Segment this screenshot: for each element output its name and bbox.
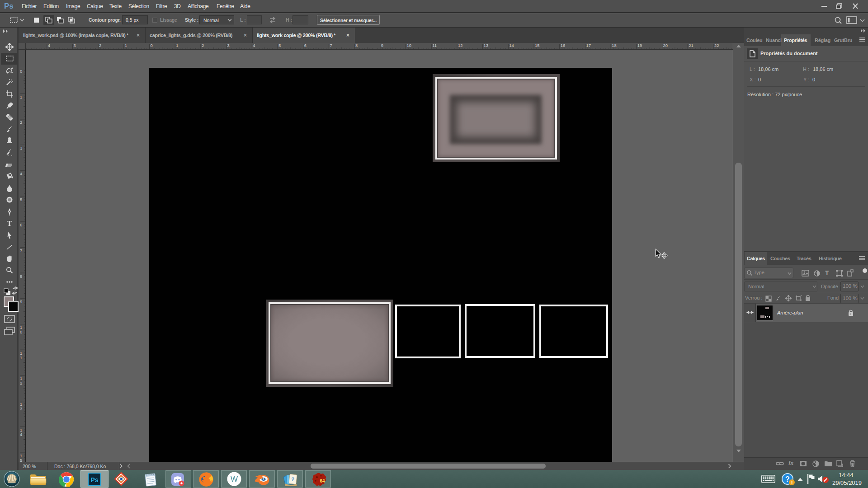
svg-text:1: 1 (125, 43, 127, 48)
svg-text:12: 12 (458, 43, 463, 48)
svg-text:9: 9 (381, 43, 383, 48)
svg-text:Ps: Ps (90, 476, 98, 483)
svg-text:0: 0 (151, 43, 153, 48)
svg-text:17: 17 (586, 43, 591, 48)
svg-text:11: 11 (432, 43, 437, 48)
svg-text:W: W (231, 475, 238, 483)
svg-text:2: 2 (202, 43, 204, 48)
svg-text:16: 16 (561, 43, 566, 48)
svg-text:1: 1 (20, 355, 22, 360)
svg-text:21: 21 (689, 43, 693, 48)
svg-text:1: 1 (176, 43, 178, 48)
svg-text:2: 2 (99, 43, 101, 48)
svg-text:2: 2 (20, 380, 22, 385)
svg-text:8: 8 (20, 274, 22, 279)
svg-text:1: 1 (20, 94, 22, 99)
svg-text:4: 4 (48, 43, 50, 48)
svg-text:13: 13 (484, 43, 489, 48)
svg-text:T: T (7, 220, 12, 227)
svg-text:14: 14 (509, 43, 514, 48)
svg-text:3: 3 (20, 406, 22, 411)
svg-text:22: 22 (714, 43, 719, 48)
svg-text:4: 4 (253, 43, 255, 48)
svg-text:64: 64 (320, 479, 325, 483)
svg-text:5: 5 (20, 197, 22, 202)
svg-text:19: 19 (637, 43, 642, 48)
svg-text:6: 6 (20, 222, 22, 227)
svg-text:5: 5 (278, 43, 281, 48)
svg-text:15: 15 (535, 43, 540, 48)
svg-text:10: 10 (407, 43, 412, 48)
svg-text:8: 8 (355, 43, 358, 48)
svg-text:7: 7 (330, 43, 332, 48)
svg-text:0: 0 (20, 69, 22, 74)
svg-text:3: 3 (227, 43, 230, 48)
svg-text:6: 6 (304, 43, 307, 48)
svg-text:20: 20 (663, 43, 668, 48)
svg-text:7: 7 (20, 248, 22, 253)
svg-text:3: 3 (20, 145, 22, 150)
svg-text:0: 0 (20, 329, 22, 334)
svg-text:4: 4 (20, 171, 22, 176)
svg-text:4: 4 (20, 432, 22, 437)
svg-text:?: ? (291, 476, 295, 483)
svg-text:9: 9 (20, 299, 22, 304)
svg-text:2: 2 (20, 120, 22, 125)
svg-text:5: 5 (20, 458, 22, 462)
svg-text:3: 3 (73, 43, 75, 48)
svg-text:18: 18 (612, 43, 617, 48)
